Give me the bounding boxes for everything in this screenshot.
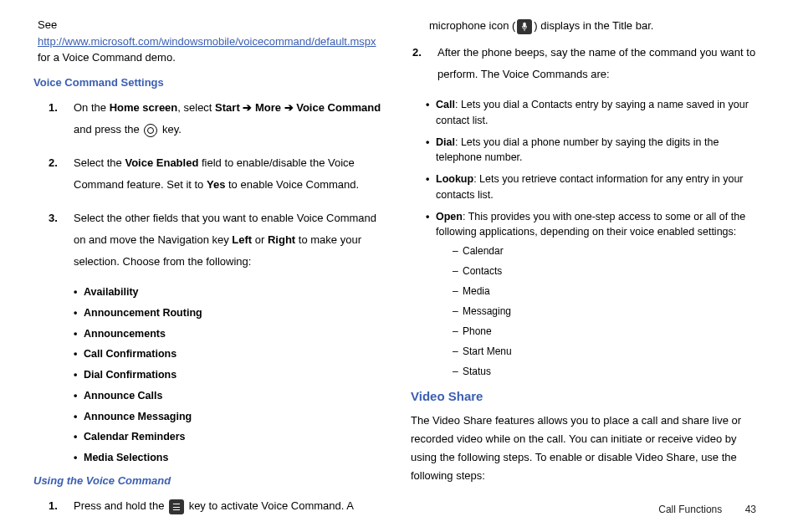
cmd-name: Call xyxy=(436,99,455,110)
text: Select the xyxy=(74,156,125,169)
text: to enable Voice Command. xyxy=(225,178,359,191)
app-item: Contacts xyxy=(453,263,765,279)
app-item: Media xyxy=(453,284,765,299)
option-item: Availability xyxy=(84,284,387,300)
text-bold: Right xyxy=(268,233,295,246)
using-step-1: 1. Press and hold the ☰ key to activate … xyxy=(74,495,387,517)
step-number: 3. xyxy=(49,207,58,229)
option-item: Call Confirmations xyxy=(84,346,387,362)
heading-voice-command-settings: Voice Command Settings xyxy=(33,74,387,91)
settings-step-1: 1. On the Home screen, select Start ➔ Mo… xyxy=(74,97,387,141)
using-step-2: 2. After the phone beeps, say the name o… xyxy=(437,42,765,85)
text: After the phone beeps, say the name of t… xyxy=(437,46,755,80)
cmd-desc: : Lets you dial a Contacts entry by sayi… xyxy=(436,99,749,126)
continuation-para: microphone icon () displays in the Title… xyxy=(411,17,765,35)
voice-key-icon: ☰ xyxy=(169,499,184,514)
text-bold: Left xyxy=(232,233,252,246)
cmd-name: Open xyxy=(436,211,463,223)
text-bold: Start ➔ More ➔ Voice Command xyxy=(215,101,381,114)
option-item: Announcements xyxy=(84,326,387,342)
cmd-name: Dial xyxy=(436,136,455,148)
cmd-desc: : Lets you retrieve contact information … xyxy=(436,173,744,201)
step-number: 2. xyxy=(49,152,58,174)
right-column: microphone icon () displays in the Title… xyxy=(411,17,765,529)
step-number: 1. xyxy=(49,97,58,119)
settings-step-3: 3. Select the other fields that you want… xyxy=(74,207,387,273)
cmd-dial: Dial: Lets you dial a phone number by sa… xyxy=(426,135,765,166)
step-number: 1. xyxy=(49,495,58,517)
page-columns: See http://www.microsoft.com/windowsmobi… xyxy=(0,0,798,532)
option-item: Announcement Routing xyxy=(84,305,387,321)
app-item: Start Menu xyxy=(453,344,765,359)
settings-step-2: 2. Select the Voice Enabled field to ena… xyxy=(74,152,387,196)
text: microphone icon ( xyxy=(429,19,515,32)
app-item: Phone xyxy=(453,324,765,339)
settings-steps: 1. On the Home screen, select Start ➔ Mo… xyxy=(33,97,387,273)
app-item: Messaging xyxy=(453,304,765,319)
cmd-open: Open: This provides you with one-step ac… xyxy=(426,209,765,380)
svg-rect-0 xyxy=(524,22,526,27)
text: and press the xyxy=(74,123,142,136)
text-bold: Home screen xyxy=(110,101,178,114)
text: , select xyxy=(177,101,215,114)
demo-link[interactable]: http://www.microsoft.com/windowsmobile/v… xyxy=(38,35,376,48)
option-item: Announce Calls xyxy=(84,388,387,404)
text: On the xyxy=(74,101,110,114)
open-apps-list: Calendar Contacts Media Messaging Phone … xyxy=(436,243,765,379)
footer-section: Call Functions xyxy=(658,504,722,515)
text: key to activate Voice Command. A xyxy=(186,499,354,512)
heading-using-voice-command: Using the Voice Command xyxy=(33,473,387,489)
text-bold: Yes xyxy=(207,178,225,191)
step-number: 2. xyxy=(412,42,422,64)
cmd-lookup: Lookup: Lets you retrieve contact inform… xyxy=(426,171,765,203)
using-steps-cont: 2. After the phone beeps, say the name o… xyxy=(411,42,765,85)
option-item: Dial Confirmations xyxy=(84,367,387,383)
left-column: See http://www.microsoft.com/windowsmobi… xyxy=(33,17,387,529)
voice-commands-list: Call: Lets you dial a Contacts entry by … xyxy=(411,97,765,379)
cmd-desc: : Lets you dial a phone number by saying… xyxy=(436,136,719,164)
option-item: Announce Messaging xyxy=(84,409,387,425)
cmd-name: Lookup xyxy=(436,173,473,185)
microphone-icon xyxy=(517,19,532,34)
intro-prefix: See xyxy=(38,18,57,31)
text: or xyxy=(252,233,268,246)
video-share-para: The Video Share features allows you to p… xyxy=(411,412,765,485)
option-item: Media Selections xyxy=(84,450,387,466)
heading-video-share: Video Share xyxy=(411,387,765,407)
option-item: Calendar Reminders xyxy=(84,429,387,445)
page-number: 43 xyxy=(745,504,756,515)
text: key. xyxy=(159,123,182,136)
ok-key-icon xyxy=(144,124,157,137)
cmd-desc: : This provides you with one-step access… xyxy=(436,211,745,238)
using-steps: 1. Press and hold the ☰ key to activate … xyxy=(33,495,387,517)
intro-suffix: for a Voice Command demo. xyxy=(38,51,176,64)
intro-para: See http://www.microsoft.com/windowsmobi… xyxy=(33,17,387,66)
cmd-call: Call: Lets you dial a Contacts entry by … xyxy=(426,97,765,129)
text-bold: Voice Enabled xyxy=(125,156,198,169)
app-item: Calendar xyxy=(453,243,765,258)
text: ) displays in the Title bar. xyxy=(534,19,653,32)
app-item: Status xyxy=(453,364,765,379)
page-footer: Call Functions 43 xyxy=(658,502,756,517)
settings-options-list: Availability Announcement Routing Announ… xyxy=(33,284,387,466)
text: Press and hold the xyxy=(74,499,167,512)
